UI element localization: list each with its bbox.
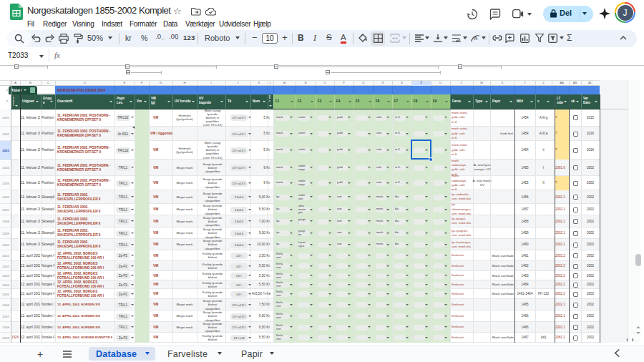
- svg-text:A: A: [474, 35, 478, 41]
